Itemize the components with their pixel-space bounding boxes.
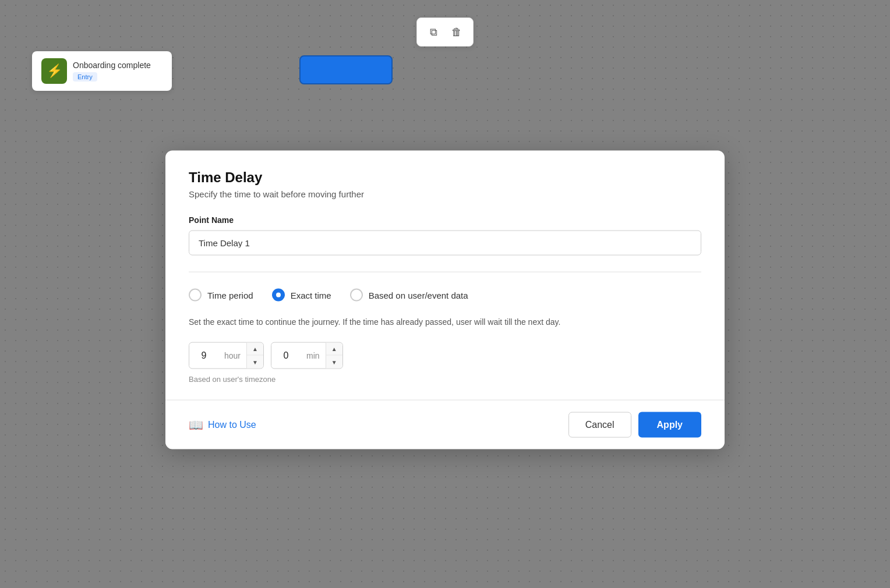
min-spinner: min ▲ ▼	[271, 342, 343, 369]
copy-icon: ⧉	[423, 22, 444, 42]
min-decrement-button[interactable]: ▼	[326, 356, 342, 369]
modal-title: Time Delay	[189, 169, 701, 186]
min-increment-button[interactable]: ▲	[326, 343, 342, 356]
min-input[interactable]	[271, 345, 301, 367]
hour-arrows: ▲ ▼	[246, 343, 263, 369]
hour-unit-label: hour	[218, 351, 246, 360]
divider-1	[189, 272, 701, 272]
radio-label-user-event-data: Based on user/event data	[369, 290, 468, 300]
radio-label-exact-time: Exact time	[291, 290, 331, 300]
footer-actions: Cancel Apply	[568, 412, 701, 438]
delete-icon: 🗑	[446, 22, 467, 42]
book-icon: 📖	[189, 418, 203, 432]
hour-increment-button[interactable]: ▲	[247, 343, 263, 356]
apply-button[interactable]: Apply	[638, 412, 701, 438]
hour-decrement-button[interactable]: ▼	[247, 356, 263, 369]
bg-node-title: Onboarding complete	[73, 61, 151, 70]
bg-toolbar: ⧉ 🗑	[416, 17, 474, 47]
cancel-button[interactable]: Cancel	[568, 412, 631, 438]
modal-subtitle: Specify the time to wait before moving f…	[189, 189, 701, 199]
bg-node-info: Onboarding complete Entry	[73, 61, 151, 82]
radio-time-period[interactable]: Time period	[189, 289, 253, 302]
how-to-use-label: How to Use	[208, 420, 256, 430]
bg-node-card: ⚡ Onboarding complete Entry	[32, 51, 172, 91]
time-inputs: hour ▲ ▼ min ▲ ▼	[189, 342, 701, 369]
description-text: Set the exact time to continue the journ…	[189, 316, 701, 328]
hour-spinner: hour ▲ ▼	[189, 342, 264, 369]
timezone-note: Based on user's timezone	[189, 375, 701, 384]
bg-node-icon: ⚡	[41, 58, 67, 84]
radio-circle-time-period	[189, 289, 202, 302]
min-arrows: ▲ ▼	[326, 343, 342, 369]
point-name-label: Point Name	[189, 215, 701, 225]
modal-body: Time Delay Specify the time to wait befo…	[165, 151, 725, 384]
radio-user-event-data[interactable]: Based on user/event data	[350, 289, 468, 302]
time-delay-modal: Time Delay Specify the time to wait befo…	[165, 151, 725, 449]
hour-input[interactable]	[189, 345, 218, 367]
point-name-input[interactable]	[189, 231, 701, 256]
radio-group: Time period Exact time Based on user/eve…	[189, 289, 701, 302]
radio-label-time-period: Time period	[207, 290, 253, 300]
bg-blue-node	[299, 55, 393, 84]
modal-footer: 📖 How to Use Cancel Apply	[165, 400, 725, 449]
min-unit-label: min	[301, 351, 326, 360]
bg-node-badge: Entry	[73, 72, 97, 82]
how-to-use-link[interactable]: 📖 How to Use	[189, 418, 256, 432]
radio-exact-time[interactable]: Exact time	[272, 289, 331, 302]
radio-circle-user-event-data	[350, 289, 363, 302]
radio-circle-exact-time	[272, 289, 285, 302]
